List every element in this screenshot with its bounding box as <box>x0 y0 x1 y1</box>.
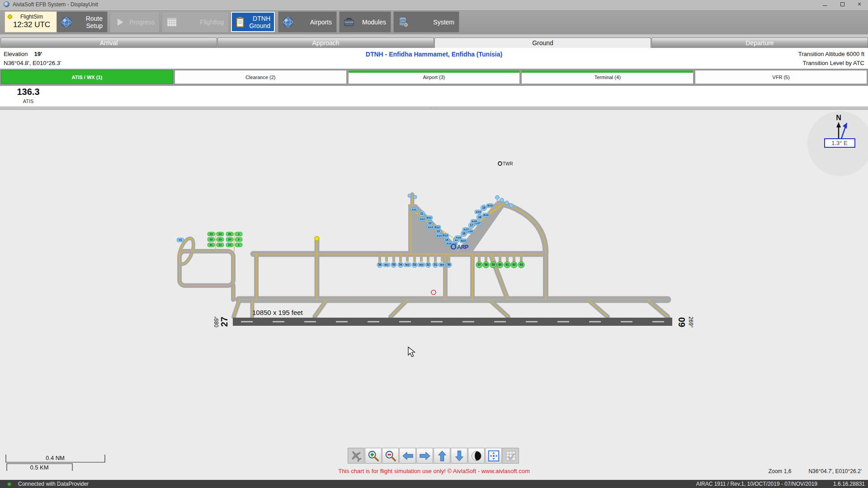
freq-tab-atis-wx-1[interactable]: ATIS / WX (1) <box>1 70 173 84</box>
frequency-tab-strip: ATIS / WX (1)Clearance (2)Airport (3)Ter… <box>0 69 868 86</box>
freq-tab-terminal-4[interactable]: Terminal (4) <box>521 70 693 84</box>
transition-altitude: Transition Altitude 6000 ft <box>798 51 864 57</box>
maximize-icon <box>840 2 844 6</box>
toolbar-button-label: System <box>409 19 459 26</box>
stand-label: 12 <box>428 221 432 225</box>
stand-label: 3 <box>238 232 240 235</box>
stand-label: 24 <box>228 243 231 246</box>
freq-tab-vfr-5[interactable]: VFR (5) <box>695 70 867 84</box>
stand-label: 22 <box>219 238 222 241</box>
stand-label: 33 <box>210 232 213 235</box>
close-button[interactable]: ✕ <box>851 0 868 9</box>
clipboard-icon <box>235 16 246 28</box>
zoom-in-button[interactable] <box>365 448 382 464</box>
connection-status: Connected with DataProvider <box>18 481 89 487</box>
pan-left-icon <box>401 450 414 462</box>
chart-tab-strip: ArrivalApproachGroundDeparture <box>0 34 868 48</box>
contrast-button[interactable] <box>468 448 485 464</box>
tab-ground[interactable]: Ground <box>434 38 651 48</box>
tower-marker <box>498 162 502 165</box>
airport-diagram: 10850 x 195 feet27089°09269°A1111B11A121… <box>0 110 868 480</box>
runway-heading-27: 089° <box>213 316 220 327</box>
mouse-cursor <box>408 347 415 357</box>
connection-status-icon <box>7 482 11 486</box>
toolbar-button-flightlog[interactable]: Flightlog <box>162 11 229 33</box>
toolbar-button-airports[interactable]: Airports <box>278 11 337 33</box>
splitter-handle[interactable]: ····· <box>0 107 868 110</box>
stand-label: A18 <box>472 220 477 223</box>
runway-id-09: 09 <box>677 317 687 327</box>
stand-label: 53 <box>413 263 416 266</box>
toolbar-button-route-setup[interactable]: Route Setup <box>57 11 108 33</box>
case-icon <box>343 16 355 28</box>
aircraft-button[interactable] <box>348 448 364 464</box>
stand-label: W2 <box>405 263 410 266</box>
pan-down-icon <box>453 450 466 462</box>
minimize-button[interactable] <box>816 0 834 9</box>
stand-label: B18 <box>483 213 489 216</box>
pan-up-icon <box>436 450 448 462</box>
stand-label: 16 <box>462 232 466 235</box>
close-icon: ✕ <box>857 1 861 7</box>
transition-level: Transition Level by ATC <box>802 60 864 66</box>
toolbar-button-label: Modules <box>355 19 391 26</box>
stand-label: 14 <box>445 238 448 241</box>
stand-label: W4 <box>440 263 444 266</box>
stand-label: A12 <box>420 217 425 221</box>
pan-up-button[interactable] <box>434 448 450 464</box>
stand-label: 18 <box>478 216 481 219</box>
toolbar-button-progress[interactable]: Progress <box>110 11 160 33</box>
ground-chart-canvas[interactable]: 10850 x 195 feet27089°09269°A1111B11A121… <box>0 110 868 480</box>
toolbar-button-label: Flightlog <box>178 19 228 26</box>
stand-label: 57 <box>477 263 481 266</box>
arp-label: ARP <box>457 244 468 250</box>
zoom-out-button[interactable] <box>382 448 399 464</box>
taxi-centerline <box>179 251 233 286</box>
flightsim-status-icon <box>8 14 12 19</box>
stand-label: B19 <box>487 204 493 207</box>
hold-point-marker <box>315 236 319 241</box>
airport-coordinates: N36°04.8', E010°26.3' <box>4 60 61 66</box>
status-bar: Connected with DataProvider AIRAC 1911 /… <box>0 480 868 488</box>
utc-time: 12:32 UTC <box>5 20 58 29</box>
stand-marker <box>509 204 514 208</box>
toolbar-button-ground[interactable]: DTNH Ground <box>231 11 275 33</box>
pan-left-button[interactable] <box>399 448 416 464</box>
stand-label: 23 <box>219 232 222 235</box>
title-bar: AivlaSoft EFB System - DisplayUnit ✕ <box>0 0 868 9</box>
freq-tab-clearance-2[interactable]: Clearance (2) <box>175 70 347 84</box>
stand-marker <box>495 196 500 200</box>
tab-approach[interactable]: Approach <box>217 38 434 48</box>
fit-view-button[interactable] <box>485 448 502 464</box>
zoom-in-icon <box>367 450 380 462</box>
pan-down-button[interactable] <box>451 448 467 464</box>
airport-title: DTNH - Enfidha Hammamet, Enfidha (Tunisi… <box>0 51 868 58</box>
toolbar-button-system[interactable]: System <box>393 11 459 33</box>
pan-right-button[interactable] <box>416 448 433 464</box>
tab-departure[interactable]: Departure <box>651 38 868 48</box>
grid-button[interactable] <box>502 448 519 464</box>
charts-available-indicator <box>349 70 520 73</box>
stand-label: A11 <box>411 208 417 211</box>
minimize-icon <box>823 5 827 6</box>
atis-label: ATIS <box>0 99 57 104</box>
stand-label: B12 <box>434 225 440 229</box>
stand-label: 54 <box>399 263 402 266</box>
stand-label: B15 <box>461 239 466 242</box>
simulation-disclaimer: This chart is for flight simulation use … <box>0 468 868 474</box>
atis-frequency-tile[interactable]: 136.3 ATIS <box>0 87 57 104</box>
stand-label: 63 <box>519 263 523 266</box>
tab-arrival[interactable]: Arrival <box>0 38 217 48</box>
toolbar-button-modules[interactable]: Modules <box>339 11 391 33</box>
stand-label: 52 <box>426 263 430 266</box>
stand-label: 31 <box>210 243 213 246</box>
red-circle-marker <box>431 290 436 295</box>
stand-label: 25 <box>228 238 231 241</box>
stand-label: 50 <box>447 263 451 266</box>
zoom-out-icon <box>384 450 397 462</box>
airac-cycle: AIRAC 1911 / Rev.1, 10/OCT/2019 - 07/NOV… <box>696 481 817 487</box>
freq-tab-airport-3[interactable]: Airport (3) <box>348 70 520 84</box>
maximize-button[interactable] <box>834 0 851 9</box>
flightsim-status-box[interactable]: FlightSim 12:32 UTC <box>5 11 59 33</box>
stand-label: B13 <box>443 234 448 237</box>
